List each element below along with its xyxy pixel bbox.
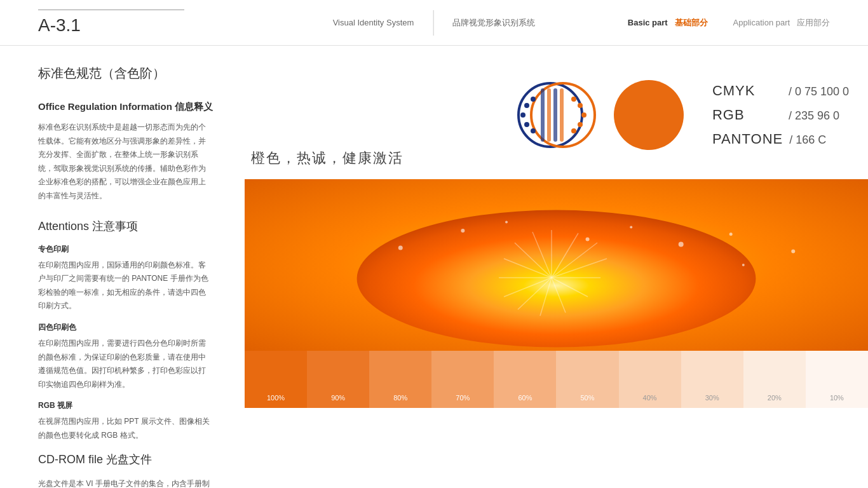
rgb-value: / 235 96 0 — [789, 109, 839, 123]
svg-point-35 — [630, 226, 632, 229]
four-color-text: 在印刷范围内应用，需要进行四色分色印刷时所需的颜色标准，为保证印刷的色彩质量，请… — [38, 337, 213, 391]
office-regulation-heading: Office Regulation Information 信息释义 — [38, 101, 213, 113]
page-number: A-3.1 — [38, 15, 184, 36]
right-content: 橙色，热诚，健康激活 — [245, 46, 868, 488]
cdrom-text: 光盘文件是本 VI 手册电子文件的集合，内含手册制作时的专用软件格式文件。其中 … — [38, 477, 213, 489]
svg-point-6 — [531, 97, 536, 102]
swatch-90%: 90% — [307, 351, 369, 408]
swatch-label-10%: 10% — [830, 394, 844, 402]
nav-basic[interactable]: Basic part 基础部分 — [628, 17, 708, 29]
svg-point-39 — [505, 221, 508, 224]
svg-point-41 — [742, 264, 745, 266]
header-left: A-3.1 — [38, 10, 184, 36]
svg-point-37 — [729, 233, 733, 236]
swatch-label-20%: 20% — [768, 394, 782, 402]
header: A-3.1 Visual Identity System 品牌视觉形象识别系统 … — [0, 0, 868, 46]
orange-image — [245, 179, 868, 351]
rgb-label: RGB — [712, 107, 782, 123]
swatch-50%: 50% — [556, 351, 618, 408]
swatch-label-70%: 70% — [456, 394, 470, 402]
cdrom-heading: CD-ROM file 光盘文件 — [38, 452, 213, 467]
color-specs: CMYK / 0 75 100 0 RGB / 235 96 0 PANTONE… — [712, 83, 849, 147]
orange-color-swatch — [614, 80, 684, 150]
svg-point-34 — [586, 238, 590, 241]
swatch-60%: 60% — [494, 351, 556, 408]
nav-app-cn: 应用部分 — [797, 18, 830, 27]
svg-point-10 — [571, 128, 576, 133]
sidebar: 标准色规范（含色阶） Office Regulation Information… — [0, 46, 245, 488]
swatch-30%: 30% — [681, 351, 743, 408]
nav-basic-cn: 基础部分 — [675, 18, 708, 27]
swatch-label-100%: 100% — [267, 394, 285, 402]
svg-point-5 — [531, 128, 536, 133]
svg-rect-13 — [541, 88, 545, 142]
svg-point-38 — [461, 229, 465, 233]
swatch-70%: 70% — [431, 351, 494, 408]
swatch-100%: 100% — [245, 351, 307, 408]
swatch-label-90%: 90% — [331, 394, 345, 402]
nav-application[interactable]: Application part 应用部分 — [733, 17, 830, 29]
swatch-label-60%: 60% — [518, 394, 532, 402]
swatch-40%: 40% — [619, 351, 681, 408]
swatch-label-30%: 30% — [705, 394, 719, 402]
pantone-spec: PANTONE / 166 C — [712, 131, 849, 147]
swatch-label-80%: 80% — [393, 394, 407, 402]
svg-point-2 — [524, 103, 529, 108]
pantone-value: / 166 C — [789, 133, 826, 147]
swatches-row: 100%90%80%70%60%50%40%30%20%10% — [245, 351, 868, 408]
swatch-20%: 20% — [743, 351, 806, 408]
rgb-spec: RGB / 235 96 0 — [712, 107, 849, 123]
header-top-line — [38, 10, 184, 10]
svg-point-40 — [398, 246, 403, 250]
svg-point-3 — [520, 112, 526, 118]
header-center: Visual Identity System 品牌视觉形象识别系统 — [333, 10, 536, 36]
rgb-text: 在视屏范围内应用，比如 PPT 展示文件、图像相关的颜色也要转化成 RGB 格式… — [38, 415, 213, 442]
svg-point-8 — [581, 112, 587, 118]
cmyk-label: CMYK — [712, 83, 782, 99]
svg-rect-16 — [560, 88, 564, 142]
swatch-label-40%: 40% — [643, 394, 657, 402]
svg-point-36 — [679, 242, 684, 247]
orange-image-inner — [245, 179, 868, 351]
pantone-label: PANTONE — [712, 131, 783, 147]
office-regulation-text: 标准色彩在识别系统中是超越一切形态而为先的个性载体。它能有效地区分与强调形象的差… — [38, 121, 213, 203]
cmyk-spec: CMYK / 0 75 100 0 — [712, 83, 849, 99]
swatch-label-50%: 50% — [581, 394, 595, 402]
rgb-heading: RGB 视屏 — [38, 400, 213, 411]
svg-point-9 — [578, 122, 583, 127]
nav-basic-en: Basic part — [628, 18, 668, 27]
print-color-heading: 专色印刷 — [38, 244, 213, 255]
header-right: Basic part 基础部分 Application part 应用部分 — [628, 17, 830, 29]
svg-rect-15 — [553, 88, 557, 142]
header-center-divider — [433, 10, 433, 36]
sidebar-title: 标准色规范（含色阶） — [38, 65, 213, 82]
svg-point-18 — [357, 210, 756, 348]
nav-app-en: Application part — [733, 18, 790, 27]
attentions-heading: Attentions 注意事项 — [38, 219, 213, 234]
print-color-text: 在印刷范围内应用，国际通用的印刷颜色标准。客户与印厂之间需要有统一的 PANTO… — [38, 259, 213, 313]
nav-label-en: Visual Identity System — [333, 18, 414, 27]
cmyk-value: / 0 75 100 0 — [789, 85, 849, 98]
nav-label-cn: 品牌视觉形象识别系统 — [452, 17, 535, 29]
brand-logo — [509, 71, 598, 159]
svg-point-11 — [571, 97, 576, 102]
swatch-80%: 80% — [369, 351, 431, 408]
four-color-heading: 四色印刷色 — [38, 322, 213, 333]
swatch-10%: 10% — [806, 351, 868, 408]
svg-point-4 — [524, 122, 529, 127]
main-content: 标准色规范（含色阶） Office Regulation Information… — [0, 46, 868, 488]
tagline: 橙色，热诚，健康激活 — [251, 149, 403, 168]
svg-point-7 — [578, 103, 583, 108]
svg-point-42 — [791, 249, 795, 253]
svg-rect-14 — [547, 88, 551, 142]
